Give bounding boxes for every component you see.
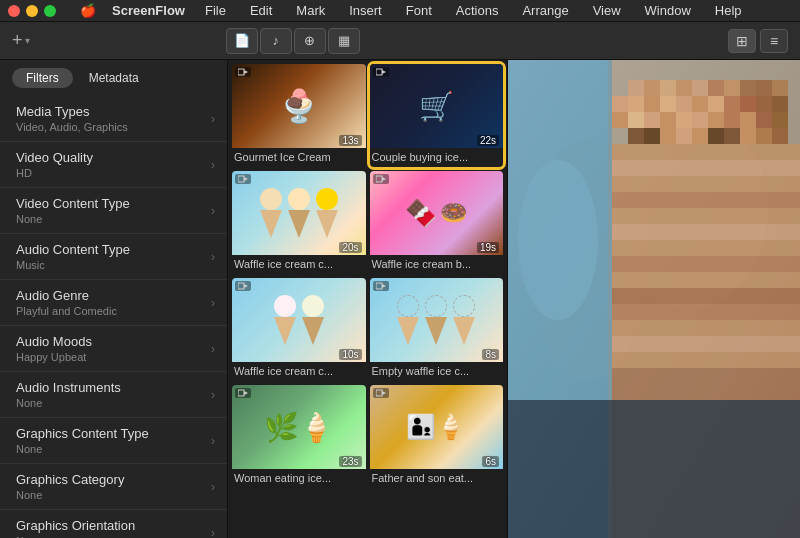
menu-view[interactable]: View [589, 3, 625, 18]
svg-rect-29 [772, 80, 788, 96]
svg-rect-21 [644, 80, 660, 96]
media-item-gourmet[interactable]: 🍨 13s Gourmet Ice Cream [232, 64, 366, 167]
menu-edit[interactable]: Edit [246, 3, 276, 18]
grid-type-button[interactable]: ▦ [328, 28, 360, 54]
filter-item-audio-moods[interactable]: Audio Moods Happy Upbeat › [0, 326, 227, 372]
svg-rect-50 [756, 112, 772, 128]
svg-rect-61 [772, 128, 788, 144]
svg-rect-64 [612, 176, 800, 192]
video-icon-gourmet [235, 67, 251, 77]
svg-rect-32 [644, 96, 660, 112]
menu-arrange[interactable]: Arrange [518, 3, 572, 18]
minimize-button[interactable] [26, 5, 38, 17]
filter-item-graphics-category[interactable]: Graphics Category None › [0, 464, 227, 510]
menu-insert[interactable]: Insert [345, 3, 386, 18]
media-thumbnail-couple: 🛒 22s [370, 64, 504, 148]
svg-rect-55 [676, 128, 692, 144]
chevron-right-icon: › [211, 526, 215, 539]
svg-rect-14 [376, 390, 382, 396]
svg-rect-30 [612, 96, 628, 112]
media-thumbnail-waffle1: 20s [232, 171, 366, 255]
globe-icon: ⊕ [304, 33, 315, 48]
svg-rect-22 [660, 80, 676, 96]
menu-actions[interactable]: Actions [452, 3, 503, 18]
filter-item-graphics-content-type[interactable]: Graphics Content Type None › [0, 418, 227, 464]
menu-window[interactable]: Window [641, 3, 695, 18]
document-type-button[interactable]: 📄 [226, 28, 258, 54]
menu-bar: 🍎 ScreenFlow File Edit Mark Insert Font … [0, 0, 800, 22]
menu-mark[interactable]: Mark [292, 3, 329, 18]
preview-image [508, 60, 800, 538]
svg-rect-25 [708, 80, 724, 96]
svg-rect-59 [740, 128, 756, 144]
menu-help[interactable]: Help [711, 3, 746, 18]
media-item-woman[interactable]: 🌿🍦 23s Woman eating ice... [232, 385, 366, 488]
svg-rect-45 [676, 112, 692, 128]
svg-rect-48 [724, 112, 740, 128]
filter-item-video-quality[interactable]: Video Quality HD › [0, 142, 227, 188]
label-waffle1: Waffle ice cream c... [232, 255, 366, 274]
music-note-icon: ♪ [272, 33, 279, 48]
tab-filters[interactable]: Filters [12, 68, 73, 88]
media-item-waffle1[interactable]: 20s Waffle ice cream c... [232, 171, 366, 274]
add-chevron-icon: ▾ [25, 35, 30, 46]
svg-marker-5 [244, 177, 248, 181]
svg-rect-71 [612, 288, 800, 304]
audio-type-button[interactable]: ♪ [260, 28, 292, 54]
web-type-button[interactable]: ⊕ [294, 28, 326, 54]
svg-rect-27 [740, 80, 756, 96]
filter-item-audio-instruments[interactable]: Audio Instruments None › [0, 372, 227, 418]
video-icon-woman [235, 388, 251, 398]
media-item-waffle3[interactable]: 10s Waffle ice cream c... [232, 278, 366, 381]
media-thumbnail-waffle2: 🍫 🍩 19s [370, 171, 504, 255]
filter-item-audio-content-type[interactable]: Audio Content Type Music › [0, 234, 227, 280]
svg-rect-53 [644, 128, 660, 144]
grid-icon: ▦ [338, 33, 350, 48]
chevron-right-icon: › [211, 342, 215, 356]
media-item-empty[interactable]: 8s Empty waffle ice c... [370, 278, 504, 381]
apple-logo: 🍎 [80, 3, 96, 18]
svg-rect-36 [708, 96, 724, 112]
svg-rect-20 [628, 80, 644, 96]
svg-rect-63 [612, 160, 800, 176]
sidebar: Filters Metadata Media Types Video, Audi… [0, 60, 228, 538]
chevron-right-icon: › [211, 388, 215, 402]
svg-rect-75 [612, 352, 800, 368]
svg-rect-10 [376, 283, 382, 289]
fullscreen-button[interactable] [44, 5, 56, 17]
grid-view-button[interactable]: ⊞ [728, 29, 756, 53]
svg-rect-31 [628, 96, 644, 112]
svg-rect-37 [724, 96, 740, 112]
svg-rect-0 [238, 69, 244, 75]
duration-couple: 22s [477, 135, 499, 146]
duration-woman: 23s [339, 456, 361, 467]
label-empty: Empty waffle ice c... [370, 362, 504, 381]
media-item-waffle2[interactable]: 🍫 🍩 19s Waffle ice cream b... [370, 171, 504, 274]
filter-item-graphics-orientation[interactable]: Graphics Orientation None › [0, 510, 227, 538]
close-button[interactable] [8, 5, 20, 17]
video-icon-couple [373, 67, 389, 77]
label-couple: Couple buying ice... [370, 148, 504, 167]
svg-rect-70 [612, 272, 800, 288]
media-panel: 🍨 13s Gourmet Ice Cream 🛒 22s [228, 60, 508, 538]
chevron-right-icon: › [211, 158, 215, 172]
traffic-lights [8, 5, 56, 17]
svg-rect-68 [612, 240, 800, 256]
filter-item-video-content-type[interactable]: Video Content Type None › [0, 188, 227, 234]
media-item-father[interactable]: 👨‍👦🍦 6s Father and son eat... [370, 385, 504, 488]
add-media-button[interactable]: + ▾ [12, 30, 30, 51]
menu-font[interactable]: Font [402, 3, 436, 18]
list-view-button[interactable]: ≡ [760, 29, 788, 53]
filter-item-media-types[interactable]: Media Types Video, Audio, Graphics › [0, 96, 227, 142]
duration-waffle2: 19s [477, 242, 499, 253]
media-item-couple[interactable]: 🛒 22s Couple buying ice... [370, 64, 504, 167]
svg-rect-2 [376, 69, 382, 75]
label-waffle2: Waffle ice cream b... [370, 255, 504, 274]
toolbar-center-icons: 📄 ♪ ⊕ ▦ [226, 28, 360, 54]
tab-metadata[interactable]: Metadata [75, 68, 153, 88]
svg-rect-6 [376, 176, 382, 182]
svg-marker-3 [382, 70, 386, 74]
filter-item-audio-genre[interactable]: Audio Genre Playful and Comedic › [0, 280, 227, 326]
menu-file[interactable]: File [201, 3, 230, 18]
video-icon-waffle3 [235, 281, 251, 291]
